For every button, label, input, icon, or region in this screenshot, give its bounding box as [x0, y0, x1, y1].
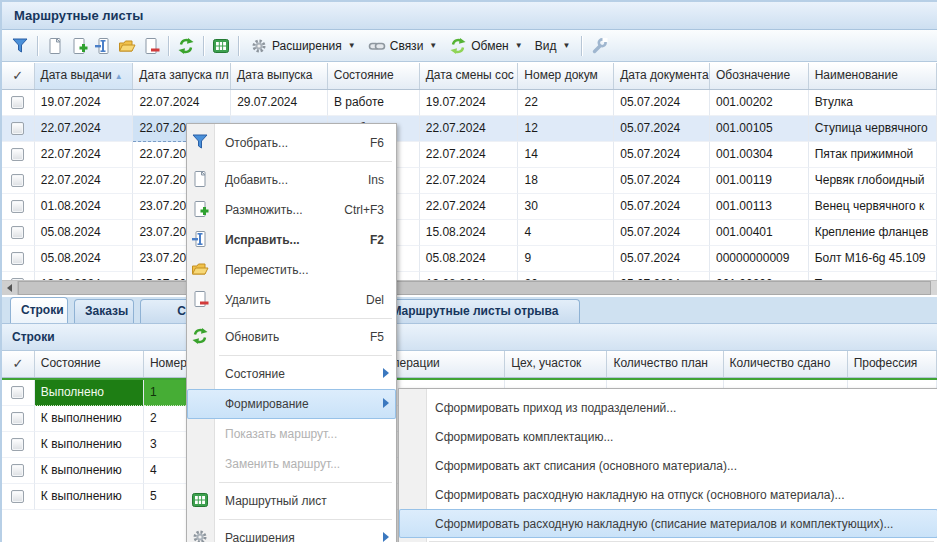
- menu-item-сформировать-комплектацию[interactable]: Сформировать комплектацию...: [399, 422, 937, 451]
- menu-item-маршрутный-лист[interactable]: Маршрутный лист: [187, 486, 396, 516]
- checkbox[interactable]: [11, 412, 24, 425]
- links-menu[interactable]: Связи▼: [362, 34, 444, 58]
- excel-button[interactable]: [209, 34, 233, 58]
- row-checkbox-cell[interactable]: [2, 90, 35, 116]
- menu-item-переместить[interactable]: Переместить...: [187, 255, 396, 285]
- settings-button[interactable]: [587, 34, 611, 58]
- toolbar-separator: [37, 36, 38, 56]
- row-checkbox-cell[interactable]: [2, 220, 35, 246]
- checkbox[interactable]: [11, 278, 24, 280]
- filter-button[interactable]: [8, 34, 32, 58]
- row-checkbox-cell[interactable]: [2, 432, 35, 458]
- route-sheets-col-дата-выдачи[interactable]: Дата выдачи▲: [35, 63, 134, 89]
- tab-маршрутные-листы-отрыва[interactable]: Маршрутные листы отрыва: [370, 299, 580, 323]
- checkbox[interactable]: [11, 226, 24, 239]
- cell: 19.07.2024: [35, 90, 134, 116]
- menu-item-расширения[interactable]: Расширения: [187, 523, 396, 542]
- route-sheets-col-дата-смены-сос[interactable]: Дата смены сос: [420, 63, 519, 89]
- delete-button[interactable]: [139, 34, 163, 58]
- chain-icon: [368, 37, 386, 55]
- menu-item-сформировать-акт-списания-основного-материала[interactable]: Сформировать акт списания (основного мат…: [399, 451, 937, 480]
- submenu-arrow-icon: [383, 398, 389, 408]
- row-checkbox-cell[interactable]: [2, 168, 35, 194]
- menu-item-состояние[interactable]: Состояние: [187, 359, 396, 389]
- row-checkbox-cell[interactable]: [2, 194, 35, 220]
- menu-item-сформировать-расходную-накладную-списание-материалов-и-комплектующих[interactable]: Сформировать расходную накладную (списан…: [399, 509, 937, 538]
- excel-icon: [212, 37, 230, 55]
- row-checkbox-cell[interactable]: [2, 272, 35, 280]
- row-checkbox-cell[interactable]: [2, 484, 35, 510]
- table-row[interactable]: 05.08.202423.07.202415.08.2024405.07.202…: [2, 220, 937, 246]
- duplicate-button[interactable]: [67, 34, 91, 58]
- extensions-menu-label: Расширения: [272, 39, 342, 53]
- tab-заказы[interactable]: Заказы: [74, 299, 134, 323]
- checkbox[interactable]: [11, 464, 24, 477]
- menu-item-формирование[interactable]: Формирование: [187, 389, 396, 419]
- horizontal-scrollbar[interactable]: [2, 280, 937, 295]
- row-checkbox-cell[interactable]: [2, 406, 35, 432]
- route-sheets-col-состояние[interactable]: Состояние: [328, 63, 420, 89]
- checkbox[interactable]: [11, 490, 24, 503]
- rows-col-цех-участок[interactable]: Цех, участок: [505, 351, 607, 377]
- add-button[interactable]: [43, 34, 67, 58]
- route-sheets-col-обозначение[interactable]: Обозначение: [710, 63, 809, 89]
- checkbox[interactable]: [11, 122, 24, 135]
- row-checkbox-cell[interactable]: [2, 142, 35, 168]
- menu-item-исправить[interactable]: Исправить...F2: [187, 225, 396, 255]
- row-checkbox-cell[interactable]: [2, 380, 35, 406]
- menu-item-обновить[interactable]: ОбновитьF5: [187, 322, 396, 352]
- route-sheets-col-дата-документа[interactable]: Дата документа: [614, 63, 710, 89]
- table-row[interactable]: 19.07.202422.07.202429.07.2024В работе19…: [2, 90, 937, 116]
- rows-col-состояние[interactable]: Состояние: [35, 351, 144, 377]
- exchange-menu[interactable]: Обмен▼: [443, 34, 528, 58]
- menu-item-label: Сформировать приход из подразделений...: [435, 401, 926, 415]
- cell: 22: [518, 90, 614, 116]
- links-menu-label: Связи: [390, 39, 424, 53]
- extensions-menu[interactable]: Расширения▼: [244, 34, 362, 58]
- checkbox[interactable]: [11, 174, 24, 187]
- rows-col-check[interactable]: ✓: [2, 351, 35, 377]
- checkbox[interactable]: [11, 386, 24, 399]
- cell: 001.00200: [710, 272, 809, 280]
- rows-col-количество-сдано[interactable]: Количество сдано: [724, 351, 848, 377]
- menu-item-удалить[interactable]: УдалитьDel: [187, 285, 396, 315]
- scroll-left-button[interactable]: [2, 281, 18, 295]
- menu-item-размножить[interactable]: Размножить...Ctrl+F3: [187, 195, 396, 225]
- tab-строки[interactable]: Строки: [10, 297, 68, 323]
- table-row[interactable]: 01.08.202423.07.202422.07.20243005.07.20…: [2, 194, 937, 220]
- route-sheets-col-check[interactable]: ✓: [2, 63, 35, 89]
- table-row[interactable]: 05.08.202423.07.202405.08.2024905.07.202…: [2, 246, 937, 272]
- route-sheets-col-дата-выпуска[interactable]: Дата выпуска: [231, 63, 328, 89]
- cell: 22.07.2024: [35, 116, 134, 142]
- checkbox[interactable]: [11, 96, 24, 109]
- cell: 30: [518, 194, 614, 220]
- route-sheets-col-наименование[interactable]: Наименование: [809, 63, 937, 89]
- row-checkbox-cell[interactable]: [2, 246, 35, 272]
- route-sheets-col-номер-докум[interactable]: Номер докум: [518, 63, 614, 89]
- checkbox[interactable]: [11, 438, 24, 451]
- menu-item-сформировать-приход-из-подразделений[interactable]: Сформировать приход из подразделений...: [399, 393, 937, 422]
- checkbox[interactable]: [11, 252, 24, 265]
- rows-col-профессия[interactable]: Профессия: [848, 351, 937, 377]
- row-checkbox-cell[interactable]: [2, 458, 35, 484]
- view-menu[interactable]: Вид▼: [529, 34, 577, 58]
- route-sheets-col-дата-запуска-пл[interactable]: Дата запуска пл: [133, 63, 231, 89]
- edit-button[interactable]: [91, 34, 115, 58]
- checkbox[interactable]: [11, 200, 24, 213]
- menu-item-сформировать-расходную-накладную-на-отпуск-основного-материала[interactable]: Сформировать расходную накладную на отпу…: [399, 480, 937, 509]
- table-row[interactable]: 22.07.202422.07.202422.07.20241405.07.20…: [2, 142, 937, 168]
- table-row[interactable]: 22.07.202422.07.202422.07.20241805.07.20…: [2, 168, 937, 194]
- row-checkbox-cell[interactable]: [2, 116, 35, 142]
- menu-item-добавить[interactable]: Добавить...Ins: [187, 165, 396, 195]
- menu-item-заменить-маршрут: Заменить маршрут...: [187, 449, 396, 479]
- menu-item-отобрать[interactable]: Отобрать...F6: [187, 128, 396, 158]
- cell: К выполнению: [35, 484, 144, 510]
- scrollbar-thumb[interactable]: [18, 281, 931, 295]
- move-button[interactable]: [115, 34, 139, 58]
- cell: Болт М16-6g 45.109: [809, 246, 937, 272]
- rows-col-количество-план[interactable]: Количество план: [607, 351, 723, 377]
- table-row[interactable]: 13.08.202425.07.202413.08.20242005.07.20…: [2, 272, 937, 280]
- checkbox[interactable]: [11, 148, 24, 161]
- refresh-button[interactable]: [174, 34, 198, 58]
- table-row[interactable]: 22.07.202422.07.202426.07.2024В работе22…: [2, 116, 937, 142]
